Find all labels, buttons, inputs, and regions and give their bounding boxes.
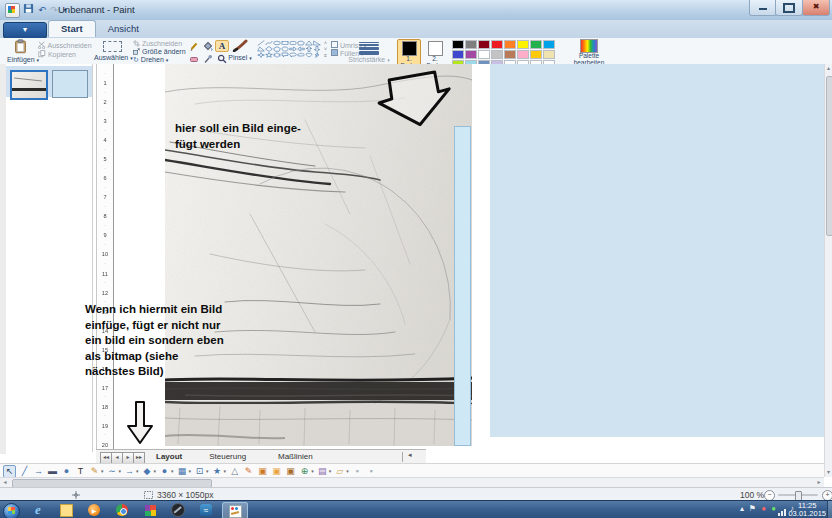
globe-tool[interactable]: ⊕▾ — [299, 466, 314, 477]
diamond-tool[interactable]: ◆▾ — [142, 466, 157, 477]
sheet-tab-layout[interactable]: Layout — [146, 450, 192, 463]
fill-tool-button[interactable] — [201, 40, 215, 52]
dropdown-caret-icon[interactable]: ▾ — [346, 468, 349, 474]
rotate-button[interactable]: ↻ Drehen ▾ — [133, 56, 168, 64]
pen-tool[interactable]: ✎▾ — [89, 466, 104, 477]
tray-flag-icon[interactable]: ⚑ — [749, 501, 756, 517]
tray-network-icon[interactable] — [778, 509, 786, 516]
photo-tool[interactable]: ▣ — [271, 466, 282, 477]
resize-button[interactable]: Größe ändern — [133, 48, 186, 55]
page-thumbnail-2[interactable] — [52, 70, 88, 98]
taskbar-chrome[interactable] — [110, 502, 134, 518]
taskbar-dark-app[interactable] — [166, 502, 190, 518]
edit-palette-button[interactable]: Palette bearbeiten — [568, 39, 610, 66]
extra-tool-2[interactable]: ▪ — [366, 466, 377, 477]
minimize-button[interactable] — [749, 0, 777, 16]
palette-color-cell[interactable] — [465, 40, 477, 49]
taskbar-grid-app[interactable] — [138, 502, 162, 518]
dropdown-caret-icon[interactable]: ▾ — [329, 468, 332, 474]
table-tool[interactable]: ▦▾ — [177, 466, 192, 477]
pencil-tool-button[interactable] — [187, 40, 201, 52]
select-button[interactable]: Auswählen ▾ — [94, 40, 130, 61]
taskbar-clock[interactable]: 11:25 03.01.2015 — [788, 502, 826, 518]
dropdown-caret-icon[interactable]: ▾ — [136, 468, 139, 474]
circle-tool[interactable]: ●▾ — [159, 466, 174, 477]
palette-color-cell[interactable] — [491, 50, 503, 59]
dropdown-caret-icon[interactable]: ▾ — [101, 468, 104, 474]
dropdown-caret-icon[interactable]: ▾ — [171, 468, 174, 474]
shape-four-point-star[interactable] — [257, 52, 265, 58]
save-icon[interactable] — [21, 3, 35, 17]
dropdown-caret-icon[interactable]: ▾ — [311, 468, 314, 474]
palette-color-cell[interactable] — [478, 40, 490, 49]
vertical-scrollbar[interactable]: ▴ ▾ — [824, 64, 832, 477]
text-tool[interactable]: T — [75, 466, 86, 477]
arrow-tool[interactable]: → — [33, 466, 44, 477]
copy-button[interactable]: Kopieren — [38, 50, 76, 58]
sheet-tab-maßlinien[interactable]: Maßlinien — [268, 450, 323, 463]
shape-heart[interactable] — [305, 52, 313, 58]
scroll-down-icon[interactable]: ▾ — [825, 468, 832, 477]
tray-update-icon[interactable]: ● — [771, 501, 776, 517]
sheet-tab-steuerung[interactable]: Steuerung — [199, 450, 256, 463]
text-tool-button[interactable]: A — [215, 40, 229, 52]
dropdown-caret-icon[interactable]: ▾ — [224, 468, 227, 474]
dropdown-caret-icon[interactable]: ▾ — [189, 468, 192, 474]
shape-five-point-star[interactable] — [265, 52, 273, 58]
palette-color-cell[interactable] — [530, 50, 542, 59]
brush-button[interactable]: Pinsel ▾ — [228, 39, 252, 61]
dropdown-caret-icon[interactable]: ▾ — [206, 468, 209, 474]
ellipse-tool[interactable]: ● — [61, 466, 72, 477]
shape-lightning[interactable] — [313, 52, 321, 58]
palette-color-cell[interactable] — [452, 50, 464, 59]
palette-color-cell[interactable] — [478, 50, 490, 59]
palette-color-cell[interactable] — [530, 40, 542, 49]
curve-tool[interactable]: ∼▾ — [107, 466, 122, 477]
close-button[interactable]: ✖ — [802, 0, 830, 16]
tray-hidden-icons-caret[interactable]: ▴ — [740, 501, 744, 517]
shape-oval-callout[interactable] — [289, 52, 297, 58]
tab-ansicht[interactable]: Ansicht — [96, 21, 151, 37]
show-desktop-button[interactable] — [827, 501, 832, 518]
folder-tool[interactable]: ▱▾ — [334, 466, 349, 477]
dropdown-caret-icon[interactable]: ▾ — [119, 468, 122, 474]
scroll-right-icon[interactable]: ▸ — [814, 478, 824, 487]
rectangle-tool[interactable]: ▬ — [47, 466, 58, 477]
maximize-button[interactable] — [775, 0, 803, 16]
crop-button[interactable]: Zuschneiden — [133, 40, 182, 47]
palette-color-cell[interactable] — [465, 50, 477, 59]
palette-color-cell[interactable] — [452, 40, 464, 49]
cut-button[interactable]: Ausschneiden — [38, 41, 92, 49]
palette-color-cell[interactable] — [517, 40, 529, 49]
shape-six-point-star[interactable] — [273, 52, 281, 58]
polygon-tool[interactable]: △ — [229, 466, 240, 477]
file-menu-button[interactable]: ▾ — [3, 22, 47, 39]
sheetbar-arrow-icon[interactable]: ◂ — [408, 451, 412, 459]
shape-cloud-callout[interactable] — [297, 52, 305, 58]
scroll-left-icon[interactable]: ◂ — [0, 478, 10, 487]
palette-color-cell[interactable] — [504, 40, 516, 49]
extra-tool-1[interactable]: ▪ — [352, 466, 363, 477]
vscroll-thumb[interactable] — [826, 76, 832, 236]
dropdown-caret-icon[interactable]: ▾ — [154, 468, 157, 474]
camera-tool[interactable]: ▣ — [285, 466, 296, 477]
palette-color-cell[interactable] — [504, 50, 516, 59]
line-tool[interactable]: ╱ — [19, 466, 30, 477]
page-thumbnail-1[interactable] — [10, 70, 48, 100]
scroll-up-icon[interactable]: ▴ — [825, 64, 832, 73]
tray-alert-icon[interactable]: ● — [761, 501, 766, 517]
taskbar-media-player[interactable]: ▶ — [82, 502, 106, 518]
stroke-width-button[interactable]: Strichstärke ▾ — [347, 40, 391, 63]
taskbar-openoffice[interactable]: ≈ — [194, 502, 218, 518]
tab-start[interactable]: Start — [48, 20, 96, 37]
palette-color-cell[interactable] — [491, 40, 503, 49]
shape-rounded-callout[interactable] — [281, 52, 289, 58]
palette-color-cell[interactable] — [543, 40, 555, 49]
shapes-scroll[interactable]: ˄˅≡ — [322, 40, 329, 58]
paint-canvas-pasted-image[interactable]: 1·2·3·4·5·6·7·8·9·10·11·12·13·14·15·16·1… — [0, 64, 824, 477]
screen-tool[interactable]: ⊡▾ — [194, 466, 209, 477]
start-button[interactable] — [3, 503, 20, 518]
pointer-tool[interactable]: ↖ — [3, 465, 16, 478]
taskbar-internet-explorer[interactable]: e — [26, 502, 50, 518]
freehand-pen-tool[interactable]: ✎ — [243, 466, 254, 477]
